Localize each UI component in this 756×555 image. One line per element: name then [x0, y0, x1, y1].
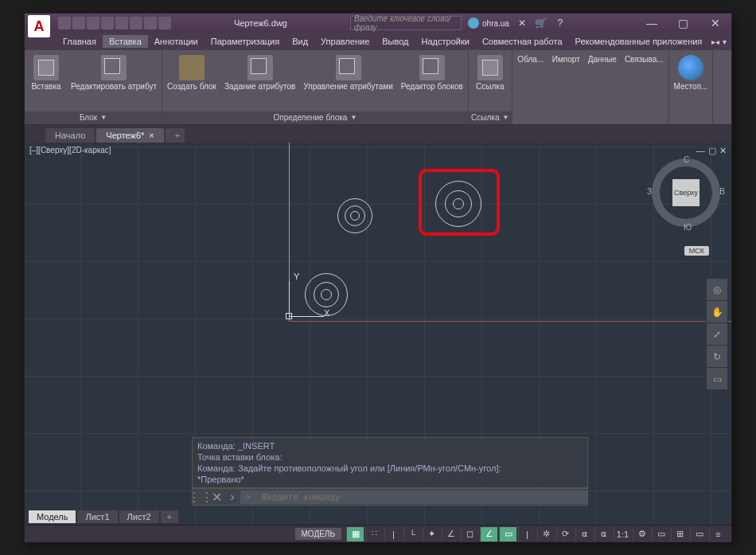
nav-showmotion-icon[interactable]: ▭ — [707, 368, 727, 390]
app-logo[interactable]: A — [28, 15, 50, 37]
nav-orbit-icon[interactable]: ↻ — [707, 346, 727, 368]
user-menu[interactable]: ohra.ua — [468, 18, 509, 29]
create-block-button[interactable]: Создать блок — [164, 52, 220, 110]
link-panel-button[interactable]: Связыва... — [622, 52, 667, 123]
panel-title[interactable]: Блок ▼ — [25, 111, 162, 124]
user-avatar-icon — [468, 18, 479, 29]
status-sep: | — [518, 527, 536, 541]
qat-redo-icon[interactable] — [158, 17, 171, 29]
ribbon-menu-icon[interactable]: ▾ — [723, 37, 727, 46]
status-workspace-icon[interactable]: ⚙ — [633, 527, 650, 541]
wcs-badge[interactable]: МСК — [684, 246, 709, 256]
block-editor-button[interactable]: Редактор блоков — [398, 52, 466, 110]
status-annoviz-icon[interactable]: ⍺ — [594, 527, 612, 541]
layout-tab-лист1[interactable]: Лист1 — [76, 510, 118, 523]
ribbon-expand-icon[interactable]: ▸◂ — [711, 37, 719, 46]
qat-new-icon[interactable] — [58, 17, 71, 29]
maximize-button[interactable]: ▢ — [668, 14, 699, 33]
panel-title[interactable]: Определение блока ▼ — [162, 111, 468, 124]
new-document-button[interactable]: + — [166, 128, 185, 143]
import-panel-button[interactable]: Импорт — [549, 52, 583, 123]
command-customize-icon[interactable]: › — [224, 490, 240, 504]
status-model-button[interactable]: МОДЕЛЬ — [295, 528, 341, 540]
qat-saveas-icon[interactable] — [101, 17, 114, 29]
command-close-icon[interactable]: ✕ — [208, 490, 224, 505]
ribbon-tab-вывод[interactable]: Вывод — [376, 35, 415, 48]
document-tab[interactable]: Начало — [45, 128, 95, 143]
ribbon-tab-главная[interactable]: Главная — [57, 35, 103, 48]
ribbon-tab-вид[interactable]: Вид — [286, 35, 314, 48]
block-editor-icon — [419, 55, 445, 80]
add-layout-button[interactable]: + — [160, 510, 179, 523]
doctab-close-icon[interactable]: × — [149, 131, 154, 140]
viewcube[interactable]: Сверху С Ю В З — [652, 158, 720, 227]
vp-minimize-icon[interactable]: — — [696, 146, 705, 156]
status-grid-icon[interactable]: ▦ — [346, 527, 364, 541]
status-scale-icon[interactable]: 1:1 — [614, 527, 631, 541]
ribbon-tab-рекомендованные приложения[interactable]: Рекомендованные приложения — [569, 35, 709, 48]
layout-tab-модель[interactable]: Модель — [28, 510, 76, 523]
status-isodraft-icon[interactable]: ∠ — [442, 527, 459, 541]
qat-open-icon[interactable] — [72, 17, 85, 29]
status-clean-icon[interactable]: ▭ — [690, 527, 707, 541]
drawing-area[interactable]: [–][Сверху][2D-каркас] — ▢ ✕ YX — [25, 143, 731, 525]
close-button[interactable]: ✕ — [699, 14, 731, 33]
edit-attribute-icon — [101, 55, 127, 80]
vp-close-icon[interactable]: ✕ — [719, 146, 727, 156]
help-icon[interactable]: ? — [554, 17, 567, 29]
reference-button[interactable]: Ссылка — [470, 52, 510, 110]
search-input[interactable]: Введите ключевое слово/фразу — [350, 16, 462, 30]
status-monitor-icon[interactable]: ▭ — [652, 527, 669, 541]
qat-plot-icon[interactable] — [130, 17, 142, 29]
ribbon-tab-совместная работа[interactable]: Совместная работа — [476, 35, 569, 48]
status-osnap-icon[interactable]: ◻ — [461, 527, 478, 541]
cloud-panel-button[interactable]: Обла... — [514, 52, 548, 123]
define-attributes-button[interactable]: Задание атрибутов — [221, 52, 298, 110]
ribbon-tab-параметризация[interactable]: Параметризация — [205, 35, 286, 48]
ribbon-tabs: ГлавнаяВставкаАннотацииПараметризацияВид… — [25, 33, 731, 50]
status-customize-icon[interactable]: ≡ — [709, 527, 727, 541]
exchange-icon[interactable]: ✕ — [516, 17, 528, 29]
status-snap-icon[interactable]: ∷ — [365, 527, 383, 541]
status-annoscale-icon[interactable]: ⍺ — [575, 527, 593, 541]
document-tab[interactable]: Чертеж6*× — [96, 128, 163, 143]
qat-save-icon[interactable] — [87, 17, 99, 29]
cart-icon[interactable]: 🛒 — [535, 17, 548, 29]
status-ortho-icon[interactable]: └ — [403, 527, 421, 541]
status-polar-icon[interactable]: ✦ — [423, 527, 440, 541]
viewcube-face[interactable]: Сверху — [672, 179, 699, 206]
status-bar: МОДЕЛЬ ▦ ∷ | └ ✦ ∠ ◻ ∠ ▭ | ✲ ⟳ ⍺ ⍺ 1:1 ⚙… — [25, 525, 731, 542]
qat-web-icon[interactable] — [115, 17, 128, 29]
define-attributes-icon — [247, 55, 273, 80]
ribbon-tab-управление[interactable]: Управление — [314, 35, 376, 48]
status-transparency-icon[interactable]: ✲ — [537, 527, 555, 541]
command-line[interactable]: ⋮⋮ ✕ › — [192, 488, 588, 506]
status-lwt-icon[interactable]: ▭ — [499, 527, 516, 541]
status-otrack-icon[interactable]: ∠ — [480, 527, 497, 541]
ribbon-tab-аннотации[interactable]: Аннотации — [148, 35, 205, 48]
button-label: Местоп... — [674, 82, 708, 91]
nav-wheel-icon[interactable]: ◎ — [707, 279, 727, 301]
insert-block-button[interactable]: Вставка — [26, 52, 66, 110]
create-block-icon — [179, 55, 205, 80]
title-bar: A Чертеж6.dwg Введите ключевое слово/фра… — [25, 14, 731, 33]
command-handle-icon[interactable]: ⋮⋮ — [193, 490, 208, 505]
ribbon-tab-надстройки[interactable]: Надстройки — [415, 35, 476, 48]
command-input[interactable] — [240, 491, 587, 504]
manage-attributes-button[interactable]: Управление атрибутами — [300, 52, 396, 110]
status-cycle-icon[interactable]: ⟳ — [556, 527, 574, 541]
command-history: Команда: _INSERTТочка вставки блока:Кома… — [192, 437, 588, 488]
status-units-icon[interactable]: ⊞ — [671, 527, 688, 541]
location-button[interactable]: Местоп... — [671, 52, 711, 123]
vp-restore-icon[interactable]: ▢ — [708, 146, 716, 156]
data-panel-button[interactable]: Данные — [585, 52, 620, 123]
nav-zoom-extents-icon[interactable]: ⤢ — [707, 323, 727, 346]
ribbon-tab-вставка[interactable]: Вставка — [103, 35, 148, 48]
edit-attribute-button[interactable]: Редактировать атрибут — [68, 52, 160, 110]
layout-tab-лист2[interactable]: Лист2 — [119, 510, 160, 523]
qat-undo-icon[interactable] — [144, 17, 157, 29]
panel-title[interactable]: Ссылка ▼ — [469, 111, 512, 124]
nav-pan-icon[interactable]: ✋ — [707, 301, 727, 323]
viewport-label[interactable]: [–][Сверху][2D-каркас] — [29, 146, 111, 154]
minimize-button[interactable]: — — [636, 14, 668, 33]
